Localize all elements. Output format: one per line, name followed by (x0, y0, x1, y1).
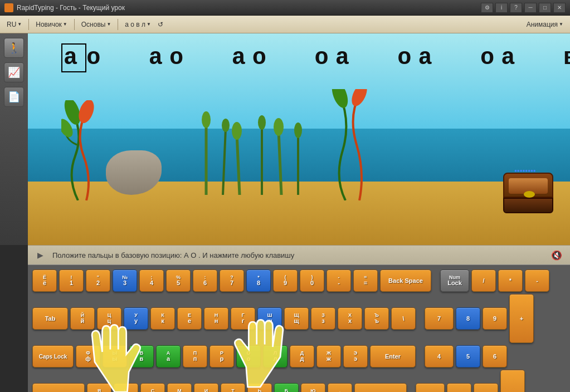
settings-icon[interactable]: ⚙ (481, 3, 493, 13)
svg-point-12 (258, 115, 266, 130)
key-u[interactable]: Уу (124, 307, 148, 330)
language-selector[interactable]: RU ▼ (4, 19, 24, 30)
key-ch[interactable]: Чч (114, 383, 138, 392)
key-nummult[interactable]: * (498, 270, 523, 292)
key-ya[interactable]: Яя (87, 383, 111, 392)
typing-scene: ●●●●●●●● ао ао ао оа оа оа ва ва ва (28, 33, 570, 245)
key-0[interactable]: )0 (300, 270, 324, 292)
key-c[interactable]: Цц (97, 307, 121, 330)
key-h[interactable]: Хх (338, 307, 362, 330)
svg-line-13 (279, 131, 281, 195)
key-soft[interactable]: Ьь (247, 383, 272, 392)
key-equals[interactable]: == (353, 270, 378, 292)
key-o[interactable]: Оо (236, 345, 261, 367)
key-1[interactable]: !1 (59, 270, 84, 292)
key-yu[interactable]: Юю (301, 383, 325, 392)
keyboard: Ёё !1 "2 №3 ;4 %5 :6 ?7 *8 (9 )0 -- == B… (32, 270, 566, 388)
key-n[interactable]: Нн (204, 307, 228, 330)
qwerty-row: Tab Йй Цц Уу Кк Ее Нн Гг Шш Щщ Зз Хх Ъъ … (32, 294, 566, 343)
key-minus[interactable]: -- (327, 270, 351, 292)
key-l[interactable]: Лл (263, 345, 288, 367)
seaweed-left1 (61, 100, 95, 200)
key-k[interactable]: Кк (150, 307, 175, 330)
maximize-button[interactable]: □ (539, 3, 551, 13)
key-s[interactable]: Сс (140, 383, 165, 392)
key-num9[interactable]: 9 (483, 307, 507, 330)
key-numenter[interactable]: Enter (500, 370, 525, 392)
key-y[interactable]: Ыы (103, 345, 127, 367)
key-num7[interactable]: 7 (425, 307, 454, 330)
keyboard-area: Ёё !1 "2 №3 ;4 %5 :6 ?7 *8 (9 )0 -- == B… (28, 265, 570, 392)
key-b[interactable]: Бб (274, 383, 299, 392)
key-num2[interactable]: 2 (447, 383, 471, 392)
key-r[interactable]: Рр (210, 345, 234, 367)
key-num4[interactable]: 4 (425, 345, 454, 367)
minimize-button[interactable]: ─ (524, 3, 537, 13)
key-7[interactable]: ?7 (220, 270, 244, 292)
key-num5[interactable]: 5 (456, 345, 480, 367)
close-button[interactable]: ✕ (553, 3, 566, 13)
key-zh[interactable]: Жж (316, 345, 341, 367)
key-d[interactable]: Дд (290, 345, 314, 367)
course-selector[interactable]: Основы ▼ (79, 19, 114, 30)
key-p[interactable]: Пп (183, 345, 207, 367)
key-a[interactable]: Аа (156, 345, 181, 367)
refresh-button[interactable]: ↺ (155, 19, 165, 30)
shift-row: Shift Яя Чч Сс Мм Ии Тт Ьь Бб Юю ./ Shif… (32, 370, 566, 392)
sound-button[interactable]: 🔇 (550, 248, 563, 262)
help-icon[interactable]: ? (510, 3, 522, 13)
key-z[interactable]: Зз (311, 307, 335, 330)
key-v[interactable]: Вв (129, 345, 154, 367)
key-numminus[interactable]: - (525, 270, 549, 292)
key-f[interactable]: Фф (76, 345, 100, 367)
treasure-chest: ●●●●●●●● (503, 173, 553, 212)
key-yo[interactable]: Ёё (32, 270, 57, 292)
svg-point-8 (222, 119, 230, 132)
sidebar-chart-button[interactable]: 📈 (4, 62, 24, 82)
sidebar-document-button[interactable]: 📄 (4, 87, 24, 107)
key-rshift[interactable]: Shift (354, 383, 407, 392)
key-num1[interactable]: 1 (416, 383, 445, 392)
key-i[interactable]: Ии (194, 383, 218, 392)
play-button[interactable]: ▶ (35, 249, 46, 261)
key-num8[interactable]: 8 (456, 307, 480, 330)
svg-line-7 (223, 128, 226, 195)
key-sh[interactable]: Шш (257, 307, 282, 330)
key-numslash[interactable]: / (471, 270, 496, 292)
key-backspace[interactable]: Back Space (380, 270, 431, 292)
key-enter[interactable]: Enter (370, 345, 416, 367)
key-9[interactable]: (9 (273, 270, 298, 292)
key-dot[interactable]: ./ (328, 383, 352, 392)
svg-point-14 (274, 118, 284, 136)
key-3[interactable]: №3 (113, 270, 137, 292)
key-j[interactable]: Йй (70, 307, 95, 330)
lesson-selector[interactable]: а о в л ▼ (123, 19, 153, 30)
key-num3[interactable]: 3 (474, 383, 498, 392)
key-5[interactable]: %5 (166, 270, 191, 292)
key-tab[interactable]: Tab (32, 307, 68, 330)
key-e[interactable]: Ее (177, 307, 202, 330)
key-g[interactable]: Гг (231, 307, 255, 330)
key-num6[interactable]: 6 (483, 345, 507, 367)
key-lshift[interactable]: Shift (32, 383, 85, 392)
animation-selector[interactable]: Анимация ▼ (524, 19, 566, 30)
key-t[interactable]: Тт (221, 383, 245, 392)
key-numplus[interactable]: + (509, 294, 534, 343)
key-8[interactable]: *8 (246, 270, 271, 292)
info-icon[interactable]: i (495, 3, 508, 13)
sidebar-person-button[interactable]: 🚶 (4, 38, 24, 58)
app-icon (4, 3, 13, 12)
key-ae[interactable]: Ээ (343, 345, 368, 367)
anim-arrow: ▼ (559, 22, 563, 27)
key-numlock[interactable]: NumLock (440, 270, 469, 292)
level-selector[interactable]: Новичок ▼ (33, 19, 70, 30)
key-6[interactable]: :6 (193, 270, 217, 292)
level-arrow: ▼ (63, 22, 67, 27)
key-m[interactable]: Мм (167, 383, 192, 392)
key-backslash[interactable]: \ (391, 307, 416, 330)
key-hard[interactable]: Ъъ (364, 307, 389, 330)
key-shch[interactable]: Щщ (284, 307, 309, 330)
key-capslock[interactable]: Caps Lock (32, 345, 74, 367)
key-4[interactable]: ;4 (139, 270, 164, 292)
key-2[interactable]: "2 (86, 270, 110, 292)
